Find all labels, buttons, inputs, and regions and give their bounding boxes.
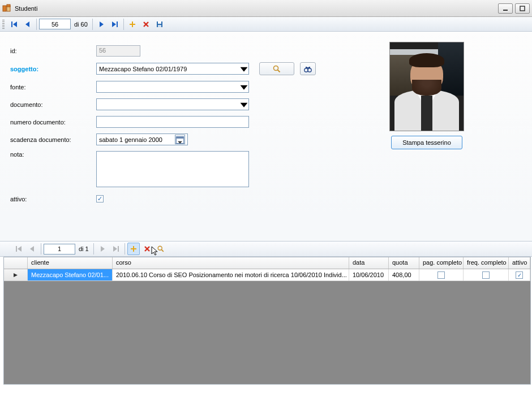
grid-header-row: cliente corso data quota pag. completo f… [4,257,530,269]
minimize-button[interactable] [498,3,513,14]
cell-attivo[interactable]: ✓ [509,269,530,281]
grid-header-quota[interactable]: quota [389,257,419,269]
svg-rect-12 [130,24,135,25]
grid-add-button[interactable] [127,243,140,255]
cell-freq-completo[interactable] [464,269,509,281]
numero-documento-label: numero documento: [10,119,96,126]
svg-point-41 [158,246,162,250]
add-record-button[interactable] [126,18,139,31]
cell-corso[interactable]: 2010.06.10 Corso di SEO Posizionamento n… [113,269,349,281]
scadenza-documento-value: sabato 1 gennaio 2000 [99,136,175,143]
grid-header-corso[interactable]: corso [113,257,349,269]
documento-label: documento: [10,101,96,108]
iscrizioni-grid[interactable]: cliente corso data quota pag. completo f… [3,257,531,385]
app-icon [2,4,11,13]
attivo-label: attivo: [10,196,96,202]
nav-next-button[interactable] [95,18,108,31]
grid-header-pag-completo[interactable]: pag. completo [419,257,464,269]
fonte-combo[interactable] [96,81,249,93]
svg-marker-27 [241,102,248,107]
cell-data[interactable]: 10/06/2010 [349,269,389,281]
student-photo [389,42,464,131]
cell-cliente[interactable]: Mezzacapo Stefano 02/01... [28,269,113,281]
svg-rect-0 [3,6,6,11]
dropdown-icon [239,83,248,91]
grid-nav-last-button[interactable] [110,243,122,255]
grid-navigator-toolbar: di 1 [0,241,532,257]
nav-of-label: di 60 [74,21,88,28]
delete-record-button[interactable] [140,18,152,31]
svg-line-20 [278,70,280,72]
grid-header-selector [4,257,28,269]
grid-nav-first-button[interactable] [12,243,25,255]
svg-rect-3 [503,10,508,11]
svg-marker-33 [30,246,34,252]
svg-marker-7 [25,21,29,27]
nota-label: nota: [10,151,96,158]
svg-rect-17 [158,25,161,27]
dropdown-icon [239,64,248,73]
dropdown-icon [239,100,248,109]
soggetto-label: soggetto: [10,66,96,72]
svg-rect-31 [16,246,17,252]
nav-position-input[interactable] [39,19,71,29]
svg-marker-26 [241,85,248,89]
grid-header-freq-completo[interactable]: freq. completo [464,257,509,269]
svg-rect-5 [11,21,12,27]
attivo-checkbox[interactable] [96,195,104,202]
form-panel: id: 56 soggetto: Mezzacapo Stefano 02/01… [0,32,532,241]
grid-nav-position-input[interactable] [44,244,75,255]
record-navigator-toolbar: di 60 [0,17,532,32]
nota-textarea[interactable] [96,151,249,187]
stampa-tesserino-button[interactable]: Stampa tesserino [391,136,462,149]
grid-nav-next-button[interactable] [96,243,109,255]
grid-search-button[interactable] [155,243,167,255]
nav-prev-button[interactable] [22,18,34,31]
svg-rect-2 [7,5,10,7]
cell-quota[interactable]: 408,00 [389,269,419,281]
grid-header-attivo[interactable]: attivo [509,257,530,269]
scadenza-documento-datepicker[interactable]: sabato 1 gennaio 2000 [96,133,188,145]
svg-rect-38 [131,248,136,249]
grid-delete-button[interactable] [141,243,153,255]
svg-rect-36 [118,246,119,252]
maximize-button[interactable] [515,3,530,14]
svg-marker-8 [100,21,104,27]
svg-rect-25 [307,67,309,68]
save-record-button[interactable] [153,18,166,31]
documento-combo[interactable] [96,98,249,110]
id-label: id: [10,48,96,54]
fonte-label: fonte: [10,84,96,90]
studenti-window: Studenti di 60 id: 56 soggetto: [0,0,532,414]
grid-header-cliente[interactable]: cliente [28,257,113,269]
svg-marker-34 [101,246,105,252]
nav-first-button[interactable] [8,18,20,31]
grid-header-data[interactable]: data [349,257,389,269]
window-title: Studenti [15,5,37,12]
svg-marker-18 [241,67,248,71]
binoculars-button[interactable] [300,62,316,75]
scadenza-documento-label: scadenza documento: [10,136,96,143]
row-indicator-icon [4,269,28,281]
svg-marker-6 [13,21,17,27]
calendar-icon [175,135,185,144]
cell-pag-completo[interactable] [419,269,464,281]
stampa-tesserino-label: Stampa tesserino [402,139,451,146]
grid-nav-prev-button[interactable] [26,243,38,255]
svg-marker-35 [113,246,117,252]
search-button[interactable] [259,62,294,75]
svg-marker-9 [112,21,116,27]
svg-rect-16 [158,21,161,24]
grid-nav-of-label: di 1 [79,245,89,252]
title-bar: Studenti [0,0,532,17]
photo-panel: Stampa tesserino [383,42,471,149]
svg-marker-44 [14,273,18,277]
id-field: 56 [96,45,140,57]
grid-row[interactable]: Mezzacapo Stefano 02/01... 2010.06.10 Co… [4,269,530,281]
svg-rect-10 [117,21,118,27]
numero-documento-input[interactable] [96,116,249,128]
svg-marker-32 [18,246,22,252]
nav-last-button[interactable] [109,18,121,31]
svg-line-42 [161,249,163,251]
soggetto-combo[interactable]: Mezzacapo Stefano 02/01/1979 [96,63,249,75]
